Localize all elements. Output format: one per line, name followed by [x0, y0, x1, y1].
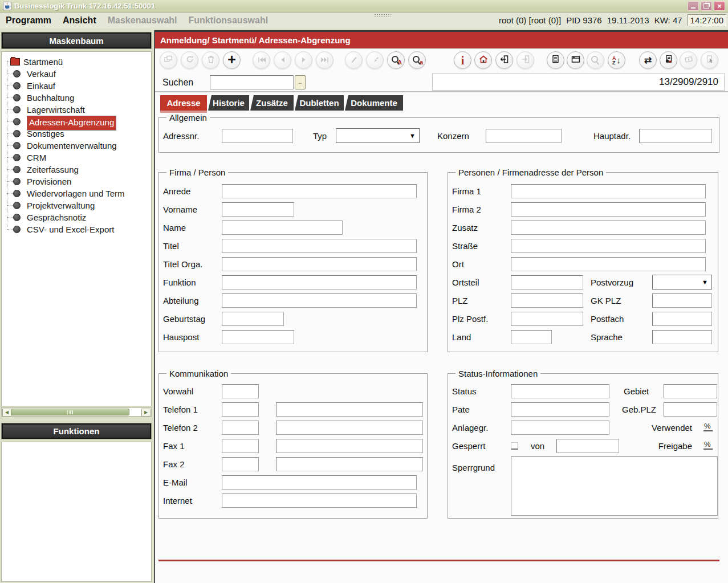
fax1-vorwahl-input[interactable] [222, 439, 259, 453]
telefon1-vorwahl-input[interactable] [222, 402, 259, 417]
name-input[interactable] [222, 221, 343, 235]
process-button[interactable] [660, 51, 677, 69]
maximize-button[interactable] [701, 1, 712, 11]
tree-item-csv-excel-export[interactable]: CSV- und Excel-Export [2, 223, 151, 235]
adressnr-input[interactable] [222, 129, 293, 143]
sort-az-button[interactable]: AZ↓ [608, 51, 625, 69]
status-input[interactable] [511, 384, 609, 398]
telefon2-vorwahl-input[interactable] [222, 421, 259, 435]
tree-item-provisionen[interactable]: Provisionen [2, 176, 151, 187]
tree-item-lagerwirtschaft[interactable]: Lagerwirtschaft [2, 104, 151, 116]
tab-historie[interactable]: Historie [208, 95, 249, 111]
fax1-input[interactable] [276, 439, 423, 453]
fax2-vorwahl-input[interactable] [222, 457, 259, 471]
node-icon [13, 178, 21, 185]
tree-item-gespraechsnotiz[interactable]: Gesprächsnotiz [2, 211, 151, 223]
sperrgrund-textarea[interactable] [511, 456, 718, 516]
scroll-right-button[interactable]: ▶ [141, 409, 151, 417]
tree-item-zeiterfassung[interactable]: Zeiterfassung [2, 164, 151, 176]
land-input[interactable] [511, 330, 552, 344]
tab-dubletten[interactable]: Dubletten [295, 95, 344, 111]
typ-select[interactable]: ▼ [336, 128, 420, 143]
tree-item-projektverwaltung[interactable]: Projektverwaltung [2, 199, 151, 211]
scrollbar-thumb[interactable] [11, 409, 129, 415]
titel-label: Titel [163, 241, 179, 251]
chevron-down-icon: ▼ [702, 279, 708, 286]
tree-item-verkauf[interactable]: Verkauf [2, 68, 151, 80]
telefon1-input[interactable] [276, 402, 423, 417]
hauptadr-input[interactable] [639, 129, 712, 143]
report-button[interactable] [547, 51, 564, 69]
gebiet-input[interactable] [664, 384, 717, 398]
close-button[interactable]: × [714, 1, 725, 11]
anrede-input[interactable] [222, 184, 417, 198]
fax2-input[interactable] [276, 457, 423, 471]
last-record-button [316, 51, 334, 69]
transfer-button[interactable]: ⇄ [639, 51, 657, 69]
tree-item-einkauf[interactable]: Einkauf [2, 80, 151, 92]
scroll-left-button[interactable]: ◀ [2, 409, 11, 417]
postvorzug-select[interactable]: ▼ [652, 275, 712, 290]
strasse-input[interactable] [511, 239, 706, 253]
ortsteil-input[interactable] [511, 275, 583, 290]
postfach-input[interactable] [652, 312, 712, 326]
search-uppercase-button[interactable]: A [387, 51, 405, 69]
menu-programm[interactable]: Programm [0, 15, 57, 26]
search-browse-button[interactable]: .. [295, 75, 306, 89]
hauspost-input[interactable] [222, 330, 294, 344]
anlagegr-input[interactable] [511, 421, 609, 435]
tab-adresse[interactable]: Adresse [160, 95, 207, 111]
ort-input[interactable] [511, 257, 706, 271]
plz-postf-input[interactable] [511, 312, 583, 326]
format-button [366, 51, 384, 69]
gesperrt-checkbox[interactable] [511, 442, 518, 450]
tree-horizontal-scrollbar[interactable]: ◀ ▶ [1, 407, 152, 417]
exit-button[interactable] [495, 51, 513, 69]
home-button[interactable] [474, 51, 492, 69]
geburtstag-input[interactable] [222, 312, 284, 326]
tree-item-adressen-abgrenzung[interactable]: Adressen-Abgrenzung [2, 116, 151, 128]
tree-item-startmenu[interactable]: Startmenü [2, 56, 151, 68]
firma1-input[interactable] [511, 184, 706, 198]
tree-item-crm[interactable]: CRM [2, 152, 151, 164]
telefon2-input[interactable] [276, 421, 423, 435]
new-window-button[interactable] [567, 51, 584, 69]
ortsteil-label: Ortsteil [452, 278, 479, 287]
tab-zusaetze[interactable]: Zusätze [250, 95, 294, 111]
record-counter: 13/2909/2910 [432, 74, 725, 91]
zusatz-input[interactable] [511, 221, 706, 235]
email-input[interactable] [222, 475, 417, 490]
sprache-input[interactable] [652, 330, 712, 344]
firma2-input[interactable] [511, 202, 706, 217]
internet-input[interactable] [222, 494, 417, 508]
titel-orga-input[interactable] [222, 257, 417, 271]
abteilung-input[interactable] [222, 293, 417, 308]
search-lowercase-button[interactable]: a [408, 51, 426, 69]
titel-input[interactable] [222, 239, 417, 253]
tree-item-wiedervorlagen[interactable]: Wiedervorlagen und Term [2, 187, 151, 199]
vorwahl-input[interactable] [222, 384, 259, 398]
sprache-label: Sprache [591, 332, 623, 342]
personen-legend: Personen / Firmenadresse der Person [455, 168, 606, 177]
tree-item-sonstiges[interactable]: Sonstiges [2, 128, 151, 140]
geb-plz-input[interactable] [664, 402, 717, 417]
gesperrt-von-input[interactable] [556, 439, 619, 453]
add-button[interactable]: + [223, 51, 241, 69]
konzern-input[interactable] [486, 129, 562, 143]
tab-dokumente[interactable]: Dokumente [345, 95, 403, 111]
maximize-icon [703, 3, 709, 9]
tree-item-buchhaltung[interactable]: Buchhaltung [2, 92, 151, 104]
menu-ansicht[interactable]: Ansicht [57, 15, 102, 26]
vorname-input[interactable] [222, 202, 294, 217]
pate-input[interactable] [511, 402, 609, 417]
funktion-input[interactable] [222, 275, 417, 290]
kommunikation-legend: Kommunikation [166, 369, 231, 378]
gk-plz-input[interactable] [652, 293, 712, 308]
report-icon [551, 54, 560, 66]
search-input[interactable] [210, 75, 294, 89]
node-icon [13, 70, 21, 78]
minimize-button[interactable] [688, 1, 699, 11]
tree-item-dokumentenverwaltung[interactable]: Dokumentenverwaltung [2, 140, 151, 152]
plz-input[interactable] [511, 293, 583, 308]
info-button[interactable]: i [454, 51, 471, 69]
